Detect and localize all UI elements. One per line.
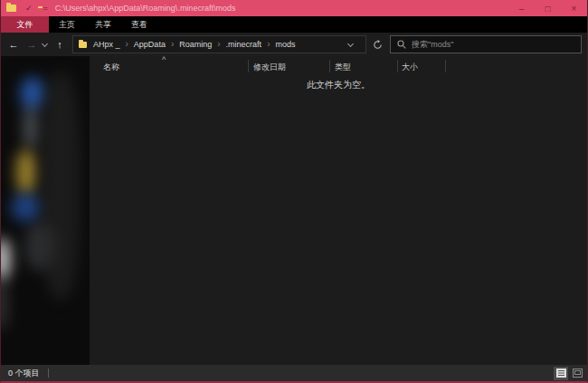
- tab-view[interactable]: 查看: [121, 16, 157, 33]
- navigation-pane-blurred: [1, 56, 90, 365]
- window-controls: – □ ×: [508, 0, 587, 16]
- column-headers: ^ 名称 修改日期 类型 大小: [90, 56, 587, 76]
- navigation-bar: ← → ↑ AHpx _ › AppData › Roaming › .mine…: [1, 33, 587, 56]
- blurred-item: [1, 239, 10, 279]
- tab-share[interactable]: 共享: [85, 16, 121, 33]
- column-header-name[interactable]: 名称: [103, 62, 119, 73]
- blurred-item: [1, 275, 6, 330]
- minimize-button[interactable]: –: [508, 0, 535, 16]
- forward-button[interactable]: →: [23, 35, 41, 53]
- address-dropdown-chevron-icon[interactable]: [347, 40, 354, 46]
- blurred-item: [12, 194, 41, 221]
- blurred-item: [21, 78, 44, 109]
- refresh-icon: [373, 40, 383, 50]
- search-box[interactable]: [390, 35, 582, 53]
- breadcrumb-item-user[interactable]: AHpx _: [93, 40, 120, 49]
- column-separator[interactable]: [329, 60, 330, 72]
- address-folder-icon: [79, 42, 87, 48]
- item-count: 0 个项目: [8, 368, 40, 379]
- main-area: ^ 名称 修改日期 类型 大小 此文件夹为空。: [1, 56, 587, 365]
- up-button[interactable]: ↑: [51, 35, 69, 53]
- app-folder-icon: [6, 5, 16, 12]
- large-icons-view-icon: [573, 369, 583, 378]
- ribbon-tab-strip: 文件 主页 共享 查看: [1, 16, 587, 33]
- column-separator[interactable]: [248, 60, 249, 72]
- tab-home[interactable]: 主页: [49, 16, 85, 33]
- quick-access-toolbar: ✓ =: [25, 5, 48, 13]
- column-header-size[interactable]: 大小: [402, 62, 418, 73]
- close-button[interactable]: ×: [561, 0, 587, 16]
- breadcrumb-separator-icon: ›: [166, 40, 179, 49]
- window-title: C:\Users\ahpx\AppData\Roaming\.minecraft…: [55, 4, 508, 13]
- column-separator[interactable]: [445, 60, 446, 72]
- address-bar[interactable]: AHpx _ › AppData › Roaming › .minecraft …: [72, 35, 366, 53]
- blurred-item: [16, 150, 36, 194]
- breadcrumb-item-roaming[interactable]: Roaming: [179, 40, 212, 49]
- tab-file[interactable]: 文件: [1, 16, 49, 33]
- properties-check-icon[interactable]: ✓: [25, 5, 33, 13]
- breadcrumb-item-mods[interactable]: mods: [275, 40, 295, 49]
- explorer-window: ✓ = C:\Users\ahpx\AppData\Roaming\.minec…: [0, 0, 588, 383]
- large-icons-view-button[interactable]: [570, 367, 584, 380]
- breadcrumb-item-minecraft[interactable]: .minecraft: [226, 40, 262, 49]
- status-divider: [48, 369, 49, 378]
- column-header-type[interactable]: 类型: [335, 62, 351, 73]
- details-view-button[interactable]: [554, 367, 568, 380]
- breadcrumb-item-appdata[interactable]: AppData: [134, 40, 166, 49]
- back-button[interactable]: ←: [5, 35, 23, 53]
- recent-locations-chevron-icon[interactable]: [42, 40, 48, 46]
- blurred-item: [41, 72, 81, 299]
- sort-ascending-icon: ^: [162, 55, 166, 64]
- qat-customize-icon[interactable]: =: [43, 5, 48, 13]
- empty-folder-message: 此文件夹为空。: [90, 79, 587, 91]
- breadcrumb-separator-icon: ›: [261, 40, 275, 49]
- file-list-pane: ^ 名称 修改日期 类型 大小 此文件夹为空。: [90, 56, 587, 365]
- refresh-button[interactable]: [368, 35, 386, 53]
- column-header-date-modified[interactable]: 修改日期: [253, 62, 286, 73]
- search-input[interactable]: [412, 40, 574, 49]
- breadcrumb-separator-icon: ›: [120, 40, 134, 49]
- status-bar: 0 个项目: [1, 365, 587, 381]
- breadcrumb-separator-icon: ›: [212, 40, 225, 49]
- column-separator[interactable]: [397, 60, 398, 72]
- details-view-icon: [556, 369, 566, 378]
- titlebar[interactable]: ✓ = C:\Users\ahpx\AppData\Roaming\.minec…: [1, 0, 587, 16]
- blurred-item: [24, 107, 38, 148]
- maximize-button[interactable]: □: [535, 0, 561, 16]
- search-icon: [397, 40, 406, 49]
